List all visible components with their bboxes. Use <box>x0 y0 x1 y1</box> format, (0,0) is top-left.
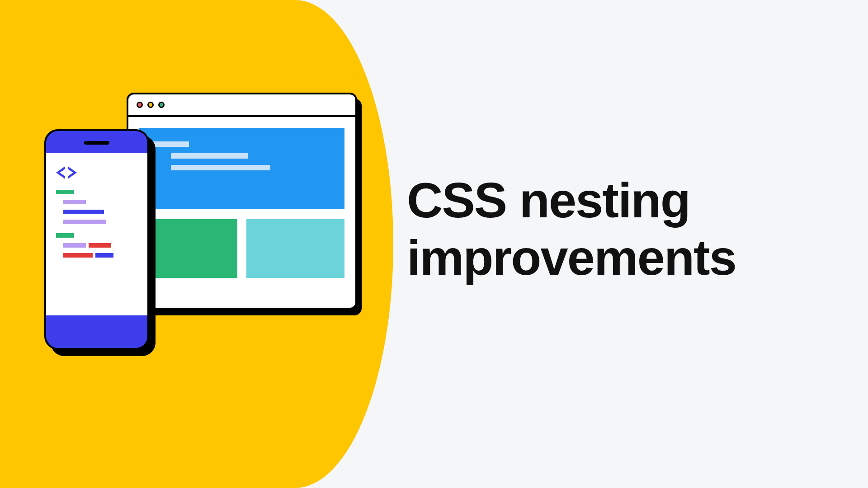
code-line-icon <box>63 243 86 248</box>
browser-titlebar <box>128 94 355 117</box>
placeholder-line-icon <box>171 153 248 159</box>
hero-illustration <box>41 81 366 371</box>
placeholder-line-icon <box>171 165 270 170</box>
browser-body <box>128 117 355 289</box>
cyan-block-icon <box>246 219 344 278</box>
code-line-icon <box>63 253 93 258</box>
placeholder-line-icon <box>153 141 189 147</box>
traffic-light-close-icon <box>137 102 143 108</box>
code-line-icon <box>56 233 74 238</box>
browser-window-icon <box>127 93 357 310</box>
browser-columns <box>139 219 344 278</box>
code-line-icon <box>56 190 74 194</box>
browser-hero-block <box>139 128 344 209</box>
phone-speaker-icon <box>84 141 109 145</box>
code-line-icon <box>63 200 86 204</box>
code-brackets-icon <box>56 166 137 179</box>
code-line-icon <box>63 210 104 214</box>
code-line-icon <box>95 253 113 258</box>
phone-screen <box>46 153 147 315</box>
traffic-light-maximize-icon <box>158 102 165 108</box>
traffic-light-minimize-icon <box>147 102 154 108</box>
code-line-icon <box>63 220 106 224</box>
phone-device-icon <box>44 129 149 350</box>
page-title: CSS nesting improvements <box>407 172 868 286</box>
code-line-icon <box>89 243 111 248</box>
